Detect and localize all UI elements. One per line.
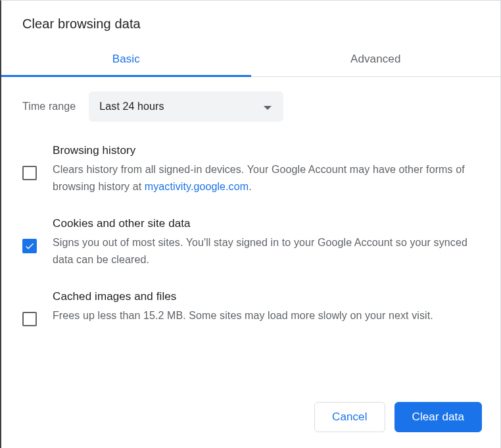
option-desc-post: . — [249, 181, 252, 192]
checkbox-browsing-history[interactable] — [22, 166, 37, 180]
option-title: Cached images and files — [53, 290, 433, 303]
dropdown-arrow-icon — [264, 101, 272, 112]
option-description: Frees up less than 15.2 MB. Some sites m… — [53, 307, 433, 324]
option-cached-files: Cached images and files Frees up less th… — [22, 290, 479, 326]
time-range-row: Time range Last 24 hours — [22, 91, 479, 122]
option-browsing-history: Browsing history Clears history from all… — [22, 144, 479, 195]
option-text: Cached images and files Frees up less th… — [53, 290, 433, 324]
option-desc-pre: Clears history from all signed-in device… — [53, 164, 465, 192]
dialog-footer: Cancel Clear data — [1, 402, 500, 448]
checkmark-icon — [24, 241, 35, 251]
option-description: Clears history from all signed-in device… — [53, 161, 479, 195]
dialog-body: Time range Last 24 hours Browsing histor… — [1, 77, 500, 402]
checkbox-cached-files[interactable] — [22, 312, 37, 326]
myactivity-link[interactable]: myactivity.google.com — [145, 181, 249, 192]
checkbox-cookies[interactable] — [22, 239, 37, 253]
tabs: Basic Advanced — [1, 43, 500, 77]
time-range-dropdown[interactable]: Last 24 hours — [89, 91, 283, 122]
option-title: Browsing history — [53, 144, 479, 157]
option-text: Cookies and other site data Signs you ou… — [53, 217, 479, 268]
clear-data-button[interactable]: Clear data — [394, 402, 482, 432]
dialog-title: Clear browsing data — [1, 1, 500, 43]
time-range-selected: Last 24 hours — [99, 101, 164, 112]
option-description: Signs you out of most sites. You'll stay… — [53, 234, 479, 268]
tab-basic[interactable]: Basic — [1, 43, 251, 76]
cancel-button[interactable]: Cancel — [314, 402, 385, 432]
option-title: Cookies and other site data — [53, 217, 479, 230]
option-cookies: Cookies and other site data Signs you ou… — [22, 217, 479, 268]
time-range-label: Time range — [22, 101, 76, 112]
tab-advanced[interactable]: Advanced — [251, 43, 501, 76]
clear-browsing-data-dialog: Clear browsing data Basic Advanced Time … — [0, 0, 501, 448]
option-text: Browsing history Clears history from all… — [53, 144, 479, 195]
options-list: Browsing history Clears history from all… — [22, 144, 479, 326]
